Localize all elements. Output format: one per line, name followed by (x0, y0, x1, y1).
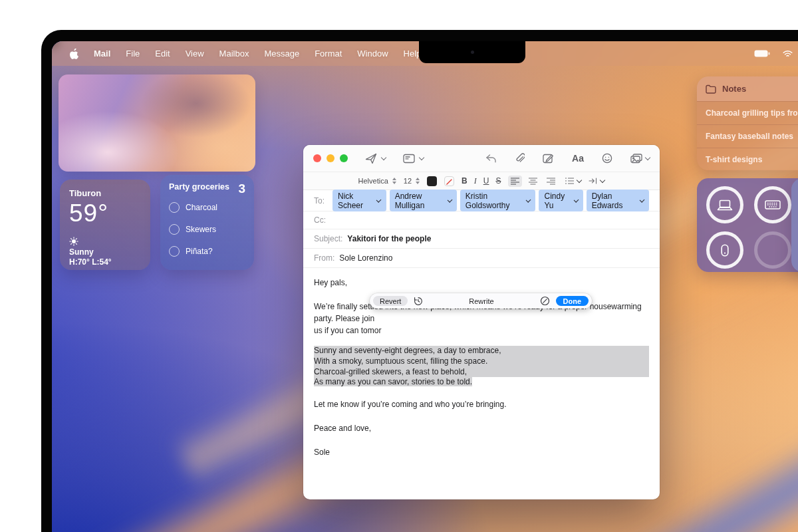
poem-line: As many as you can savor, stories to be … (314, 377, 649, 388)
recipient-pill[interactable]: Nick Scheer (332, 190, 386, 211)
emoji-icon[interactable] (602, 153, 612, 164)
notes-widget[interactable]: Notes Charcoal grilling tips from Sh Fan… (697, 76, 798, 170)
from-label: From: (314, 253, 334, 263)
close-button[interactable] (313, 154, 321, 162)
to-field[interactable]: To: Nick Scheer Andrew Mulligan Kristin … (303, 190, 660, 211)
send-button[interactable] (365, 153, 377, 164)
underline-button[interactable]: U (483, 176, 489, 186)
poem-line: With a smoky, sumptuous scent, filling t… (314, 356, 649, 367)
keyboard-battery-ring[interactable] (754, 186, 791, 223)
strikethrough-button[interactable]: S (495, 176, 501, 186)
from-field[interactable]: From: Sole Lorenzino (303, 249, 660, 268)
sun-icon (69, 237, 141, 246)
reminders-widget[interactable]: Party groceries 3 Charcoal Skewers Piñat… (160, 175, 254, 270)
history-icon[interactable] (414, 297, 423, 306)
chevron-down-icon[interactable] (573, 198, 579, 203)
menu-item-message[interactable]: Message (264, 49, 299, 59)
chevron-down-icon[interactable] (526, 198, 531, 203)
minimize-button[interactable] (327, 154, 334, 162)
indent-chevron-icon[interactable] (600, 177, 605, 182)
header-fields-button[interactable] (403, 154, 415, 164)
indent-button[interactable] (589, 178, 604, 184)
body-line: us if you can tomor (314, 325, 649, 336)
menu-item-mail[interactable]: Mail (94, 49, 110, 59)
subject-field[interactable]: Subject: Yakitori for the people (303, 229, 660, 249)
attachment-paperclip-icon[interactable] (515, 153, 525, 164)
list-chevron-icon[interactable] (577, 177, 582, 182)
notes-title: Notes (722, 84, 746, 94)
font-family-select[interactable]: Helvetica (358, 177, 396, 185)
menu-item-format[interactable]: Format (315, 49, 342, 59)
edge-widget-partial (791, 178, 798, 272)
body-line: Peace and love, (314, 422, 649, 434)
markup-icon[interactable] (543, 153, 554, 164)
text-color-swatch[interactable] (427, 176, 437, 186)
writing-tools-bar: Revert Rewrite Done (370, 293, 592, 309)
reply-arrow-icon[interactable] (485, 154, 497, 164)
weather-widget[interactable]: Tiburon 59° Sunny H:70° L:54° (60, 180, 150, 270)
recipient-pill[interactable]: Kristin Goldsworthy (460, 190, 536, 211)
device-batteries-widget[interactable] (697, 178, 798, 272)
align-right-button[interactable] (544, 176, 558, 187)
menu-item-view[interactable]: View (186, 49, 204, 59)
checkbox-circle-icon[interactable] (169, 202, 180, 213)
edit-pencil-icon[interactable] (540, 296, 550, 306)
recipient-pill[interactable]: Cindy Yu (539, 190, 583, 211)
align-left-button[interactable] (508, 176, 522, 187)
wifi-icon[interactable] (783, 50, 793, 58)
laptop-battery-ring[interactable] (706, 186, 743, 223)
subject-label: Subject: (314, 234, 342, 243)
zoom-button[interactable] (340, 154, 348, 162)
empty-battery-ring (754, 231, 791, 269)
note-item[interactable]: T-shirt designs (697, 148, 798, 170)
body-line: Let me know if you’re coming and who you… (314, 398, 649, 410)
menu-item-window[interactable]: Window (357, 49, 388, 59)
photos-widget[interactable] (59, 74, 255, 172)
header-fields-chevron-icon[interactable] (419, 154, 424, 160)
subject-value: Yakitori for the people (347, 234, 431, 243)
battery-icon[interactable] (754, 50, 770, 57)
revert-button[interactable]: Revert (373, 296, 408, 306)
font-size-select[interactable]: 12 (404, 177, 420, 185)
menu-item-file[interactable]: File (126, 49, 140, 59)
weather-city: Tiburon (69, 188, 141, 198)
photo-browser-icon[interactable] (630, 154, 642, 164)
body-line: Hey pals, (314, 277, 649, 289)
chevron-down-icon[interactable] (376, 198, 382, 203)
chevron-down-icon[interactable] (447, 198, 452, 203)
mouse-battery-ring[interactable] (706, 231, 743, 269)
checkbox-circle-icon[interactable] (169, 224, 180, 235)
reminder-item[interactable]: Piñata? (169, 246, 245, 257)
menu-item-mailbox[interactable]: Mailbox (219, 49, 249, 59)
align-center-button[interactable] (526, 176, 540, 187)
rewrite-menu[interactable]: Rewrite (423, 297, 539, 305)
photo-browser-chevron-icon[interactable] (645, 154, 650, 160)
note-item[interactable]: Charcoal grilling tips from Sh (697, 101, 798, 124)
note-item[interactable]: Fantasy baseball notes (697, 124, 798, 148)
chevron-down-icon[interactable] (639, 198, 644, 203)
reminder-label: Piñata? (186, 247, 213, 256)
to-label: To: (314, 196, 325, 205)
stepper-icon[interactable] (392, 178, 396, 184)
checkbox-circle-icon[interactable] (169, 246, 180, 257)
recipient-pill[interactable]: Andrew Mulligan (390, 190, 457, 211)
done-button[interactable]: Done (556, 296, 589, 306)
highlight-pen-swatch[interactable] (444, 176, 454, 186)
cc-label: Cc: (314, 215, 326, 225)
italic-button[interactable]: I (474, 176, 477, 186)
recipient-pill[interactable]: Dylan Edwards (587, 190, 649, 211)
weather-condition: Sunny (69, 247, 141, 257)
font-format-button[interactable]: Aa (572, 153, 584, 164)
apple-menu-icon[interactable] (70, 49, 78, 59)
cc-field[interactable]: Cc: (303, 211, 660, 229)
reminders-title: Party groceries (169, 183, 229, 192)
mouse-icon (721, 244, 729, 257)
menu-item-edit[interactable]: Edit (155, 49, 170, 59)
list-style-button[interactable] (565, 178, 581, 184)
send-options-chevron-icon[interactable] (381, 154, 386, 160)
reminder-item[interactable]: Skewers (169, 224, 245, 235)
weather-temperature: 59° (69, 200, 141, 227)
reminder-item[interactable]: Charcoal (169, 202, 245, 213)
stepper-icon[interactable] (416, 178, 420, 184)
bold-button[interactable]: B (462, 176, 467, 186)
